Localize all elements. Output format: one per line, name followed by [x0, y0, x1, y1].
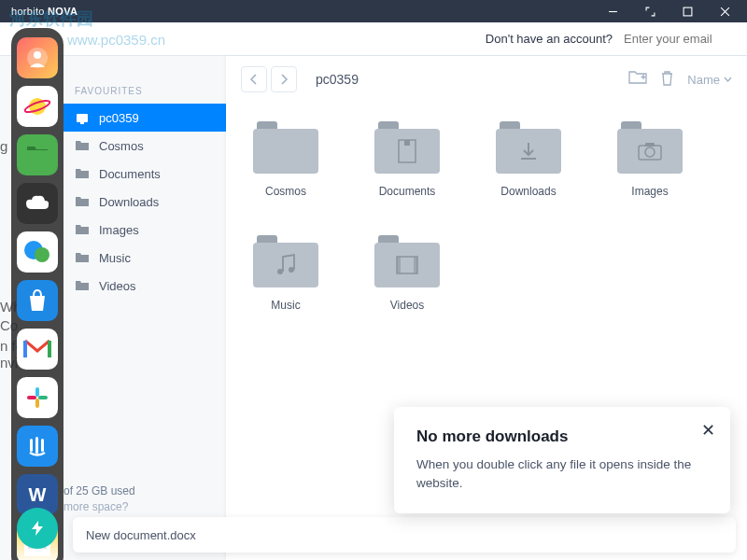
- folder-music[interactable]: Music: [248, 235, 323, 312]
- cloud-app-icon[interactable]: [17, 183, 58, 224]
- svg-rect-1: [684, 7, 692, 16]
- avatar-icon[interactable]: [17, 37, 58, 78]
- storage-info: of 25 GB used more space?: [63, 484, 135, 513]
- sidebar-item-cosmos[interactable]: Cosmos: [63, 132, 226, 160]
- files-app-icon[interactable]: [17, 134, 58, 175]
- quick-action-button[interactable]: [17, 508, 58, 549]
- svg-point-27: [645, 147, 655, 157]
- close-icon[interactable]: ✕: [701, 420, 715, 441]
- store-icon[interactable]: [17, 280, 58, 321]
- background-text: g: [0, 138, 7, 154]
- window-controls: [594, 0, 743, 22]
- email-field[interactable]: [624, 32, 736, 46]
- svg-rect-14: [30, 439, 33, 452]
- svg-rect-22: [80, 122, 84, 124]
- forward-button[interactable]: [271, 66, 297, 92]
- app-brand: horbito NOVA: [4, 6, 78, 17]
- svg-rect-31: [397, 257, 401, 273]
- folder-documents[interactable]: Documents: [370, 121, 444, 198]
- account-prompt: Don't have an account?: [486, 32, 613, 46]
- app-dock: W: [11, 28, 63, 560]
- folder-downloads[interactable]: Downloads: [491, 121, 566, 198]
- tooltip-body: When you double click any file it opens …: [416, 455, 708, 494]
- svg-point-3: [34, 51, 41, 59]
- breadcrumb: pc0359: [316, 72, 359, 87]
- planet-icon[interactable]: [17, 86, 58, 127]
- toolbar: pc0359 Name: [226, 56, 747, 103]
- sidebar-item-label: Images: [99, 223, 139, 237]
- folder-label: Images: [631, 185, 668, 198]
- sidebar-item-documents[interactable]: Documents: [63, 160, 226, 188]
- new-document-bar[interactable]: New document.docx: [73, 517, 736, 553]
- svg-rect-32: [414, 257, 417, 273]
- sidebar-item-music[interactable]: Music: [63, 244, 226, 272]
- folder-label: Cosmos: [265, 185, 306, 198]
- sidebar-item-label: Cosmos: [99, 139, 144, 153]
- intercom-icon[interactable]: [17, 426, 58, 467]
- tooltip-title: No more downloads: [416, 427, 708, 446]
- favourites-header: FAVOURITES: [63, 78, 226, 104]
- sidebar-item-label: Music: [99, 251, 131, 265]
- svg-rect-11: [38, 396, 48, 399]
- svg-rect-10: [35, 387, 39, 397]
- new-document-name: New document.docx: [86, 528, 196, 542]
- svg-rect-6: [27, 150, 48, 163]
- sidebar-item-videos[interactable]: Videos: [63, 272, 226, 300]
- folder-images[interactable]: Images: [613, 121, 687, 198]
- slack-icon[interactable]: [17, 377, 58, 418]
- account-bar: Don't have an account?: [0, 22, 747, 56]
- dock-bottom: [11, 508, 63, 549]
- folder-videos[interactable]: Videos: [370, 235, 444, 312]
- svg-rect-13: [27, 396, 36, 399]
- svg-point-29: [289, 267, 294, 273]
- maximize-button[interactable]: [669, 0, 706, 22]
- sidebar-item-label: pc0359: [99, 111, 139, 125]
- trash-icon[interactable]: [660, 70, 674, 90]
- sidebar-item-label: Documents: [99, 167, 161, 181]
- svg-rect-12: [35, 399, 39, 408]
- titlebar: horbito NOVA: [0, 0, 747, 22]
- folder-label: Videos: [390, 299, 424, 312]
- fullscreen-button[interactable]: [631, 0, 669, 22]
- folder-grid: Cosmos Documents Downloads Images Music …: [226, 103, 747, 330]
- svg-point-28: [277, 269, 283, 274]
- sidebar-item-label: Downloads: [99, 195, 159, 209]
- svg-rect-26: [645, 143, 655, 147]
- minimize-button[interactable]: [594, 0, 631, 22]
- folder-label: Downloads: [500, 185, 556, 198]
- sidebar-item-downloads[interactable]: Downloads: [63, 188, 226, 216]
- svg-rect-16: [41, 439, 44, 452]
- messages-icon[interactable]: [17, 231, 58, 273]
- svg-rect-15: [35, 437, 38, 454]
- close-button[interactable]: [706, 0, 743, 22]
- svg-rect-21: [77, 114, 88, 122]
- folder-cosmos[interactable]: Cosmos: [248, 121, 323, 198]
- new-folder-icon[interactable]: [628, 70, 647, 89]
- gmail-icon[interactable]: [17, 329, 58, 370]
- folder-label: Music: [271, 299, 300, 312]
- folder-label: Documents: [379, 185, 436, 198]
- back-button[interactable]: [241, 66, 267, 92]
- svg-point-8: [35, 247, 49, 262]
- sidebar-item-images[interactable]: Images: [63, 216, 226, 244]
- sort-dropdown[interactable]: Name: [687, 73, 732, 87]
- sidebar-item-pc0359[interactable]: pc0359: [63, 104, 226, 132]
- sidebar-item-label: Videos: [99, 279, 136, 293]
- svg-rect-24: [404, 140, 410, 146]
- tooltip-popup: ✕ No more downloads When you double clic…: [394, 407, 730, 514]
